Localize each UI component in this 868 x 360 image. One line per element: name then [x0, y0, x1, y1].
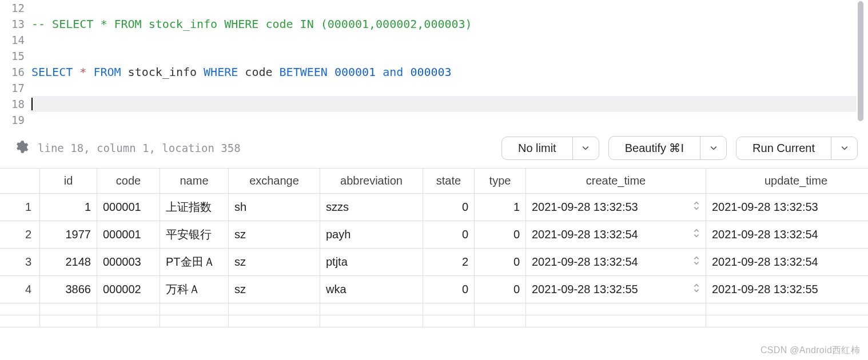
cell-name[interactable]: 万科Ａ	[160, 276, 229, 303]
cell-abbreviation[interactable]: payh	[320, 221, 423, 249]
beautify-button[interactable]: Beautify ⌘I	[608, 136, 727, 160]
column-header-state[interactable]: state	[423, 169, 475, 194]
limit-dropdown[interactable]: No limit	[501, 137, 599, 160]
cell-create-time[interactable]: 2021-09-28 13:32:54	[526, 221, 706, 249]
line-number: 16	[0, 64, 25, 80]
cell-create-time[interactable]: 2021-09-28 13:32:54	[526, 249, 706, 276]
run-current-button[interactable]: Run Current	[736, 137, 858, 160]
column-header-abbreviation[interactable]: abbreviation	[320, 169, 423, 194]
cell-state[interactable]: 0	[423, 194, 475, 221]
cell-name[interactable]: 平安银行	[160, 221, 229, 249]
chevron-down-icon[interactable]	[572, 137, 599, 159]
column-header-type[interactable]: type	[475, 169, 526, 194]
sql-query-line: SELECT * FROM stock_info WHERE code BETW…	[31, 64, 857, 80]
cell-state[interactable]: 0	[423, 276, 475, 303]
column-header-exchange[interactable]: exchange	[229, 169, 320, 194]
empty-cell	[475, 315, 526, 327]
chevron-down-icon[interactable]	[700, 137, 726, 159]
cell-code[interactable]: 000001	[97, 221, 160, 249]
empty-cell	[320, 303, 423, 315]
results-grid[interactable]: idcodenameexchangeabbreviationstatetypec…	[0, 169, 868, 327]
cell-code[interactable]: 000003	[97, 249, 160, 276]
cell-exchange[interactable]: sz	[229, 276, 320, 303]
stepper-icon[interactable]	[693, 283, 700, 296]
line-number: 17	[0, 80, 25, 96]
gear-icon[interactable]	[14, 139, 29, 157]
empty-cell	[423, 303, 475, 315]
cell-type[interactable]: 0	[475, 276, 526, 303]
cell-type[interactable]: 0	[475, 249, 526, 276]
cell-exchange[interactable]: sz	[229, 221, 320, 249]
empty-cell	[475, 303, 526, 315]
cell-type[interactable]: 1	[475, 194, 526, 221]
stepper-icon[interactable]	[693, 201, 700, 214]
cell-update-time[interactable]: 2021-09-28 13:32:54	[706, 249, 868, 276]
empty-cell	[40, 315, 97, 327]
line-number: 14	[0, 32, 25, 48]
cell-id[interactable]: 1977	[40, 221, 97, 249]
cell-id[interactable]: 1	[40, 194, 97, 221]
line-number: 13	[0, 16, 25, 32]
cell-name[interactable]: 上证指数	[160, 194, 229, 221]
stepper-icon[interactable]	[693, 228, 700, 241]
cell-abbreviation[interactable]: szzs	[320, 194, 423, 221]
editor-toolbar: line 18, column 1, location 358 No limit…	[0, 128, 868, 169]
cell-abbreviation[interactable]: wka	[320, 276, 423, 303]
cell-update-time[interactable]: 2021-09-28 13:32:55	[706, 276, 868, 303]
line-number: 12	[0, 0, 25, 16]
row-number-header	[0, 169, 40, 194]
column-header-name[interactable]: name	[160, 169, 229, 194]
line-number: 19	[0, 112, 25, 128]
empty-cell	[706, 303, 868, 315]
row-number: 4	[0, 276, 40, 303]
row-number: 3	[0, 249, 40, 276]
cell-create-time[interactable]: 2021-09-28 13:32:53	[526, 194, 706, 221]
cell-state[interactable]: 0	[423, 221, 475, 249]
limit-label[interactable]: No limit	[502, 137, 572, 159]
column-header-id[interactable]: id	[40, 169, 97, 194]
empty-cell	[160, 315, 229, 327]
cell-update-time[interactable]: 2021-09-28 13:32:54	[706, 221, 868, 249]
empty-cell	[526, 303, 706, 315]
empty-cell	[229, 315, 320, 327]
empty-cell	[97, 303, 160, 315]
beautify-label[interactable]: Beautify ⌘I	[609, 137, 700, 159]
empty-cell	[526, 315, 706, 327]
run-current-label[interactable]: Run Current	[736, 137, 831, 159]
empty-cell	[320, 315, 423, 327]
cell-id[interactable]: 2148	[40, 249, 97, 276]
code-area[interactable]: -- SELECT * FROM stock_info WHERE code I…	[31, 0, 868, 128]
chevron-down-icon[interactable]	[831, 137, 857, 159]
empty-cell	[423, 315, 475, 327]
row-number	[0, 315, 40, 327]
cursor-line[interactable]	[31, 96, 857, 112]
cell-exchange[interactable]: sh	[229, 194, 320, 221]
empty-cell	[706, 315, 868, 327]
cell-exchange[interactable]: sz	[229, 249, 320, 276]
editor-scrollbar[interactable]	[858, 1, 863, 121]
cell-state[interactable]: 2	[423, 249, 475, 276]
cell-id[interactable]: 3866	[40, 276, 97, 303]
sql-comment: -- SELECT * FROM stock_info WHERE code I…	[31, 17, 472, 31]
empty-cell	[229, 303, 320, 315]
cell-type[interactable]: 0	[475, 221, 526, 249]
cell-update-time[interactable]: 2021-09-28 13:32:53	[706, 194, 868, 221]
watermark: CSDN @Android西红柿	[761, 345, 860, 357]
line-gutter: 12 13 14 15 16 17 18 19	[0, 0, 31, 128]
cursor-status: line 18, column 1, location 358	[38, 142, 241, 154]
stepper-icon[interactable]	[693, 255, 700, 269]
column-header-update_time[interactable]: update_time	[706, 169, 868, 194]
cell-create-time[interactable]: 2021-09-28 13:32:55	[526, 276, 706, 303]
cell-code[interactable]: 000002	[97, 276, 160, 303]
sql-editor[interactable]: 12 13 14 15 16 17 18 19 -- SELECT * FROM…	[0, 0, 868, 128]
line-number: 15	[0, 48, 25, 64]
row-number: 2	[0, 221, 40, 249]
column-header-code[interactable]: code	[97, 169, 160, 194]
cell-code[interactable]: 000001	[97, 194, 160, 221]
cell-name[interactable]: PT金田Ａ	[160, 249, 229, 276]
empty-cell	[160, 303, 229, 315]
empty-cell	[40, 303, 97, 315]
line-number: 18	[0, 96, 25, 112]
cell-abbreviation[interactable]: ptjta	[320, 249, 423, 276]
column-header-create_time[interactable]: create_time	[526, 169, 706, 194]
